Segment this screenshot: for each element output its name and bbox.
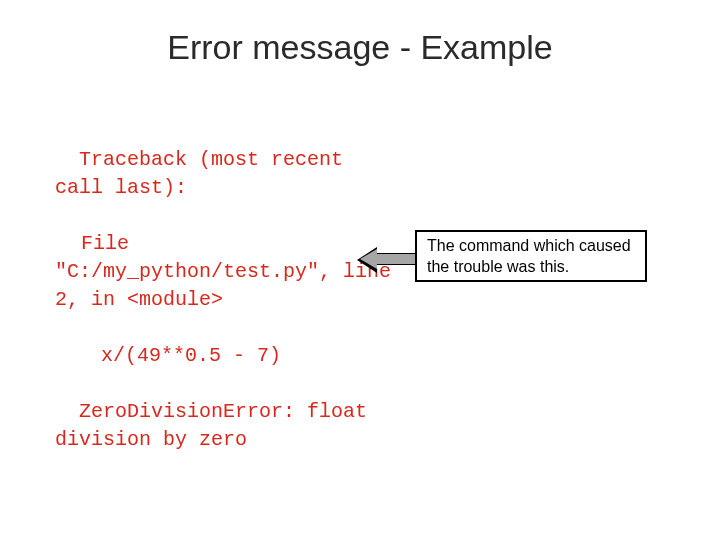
annotation-callout: The command which caused the trouble was…	[415, 230, 647, 282]
traceback-line-error: ZeroDivisionError: float division by zer…	[55, 400, 379, 451]
traceback-line-code: x/(49**0.5 - 7)	[55, 342, 395, 370]
arrow-left-icon	[357, 247, 419, 271]
traceback-line-header: Traceback (most recent call last):	[55, 148, 355, 199]
slide-title: Error message - Example	[0, 0, 720, 67]
traceback-line-file-rest: "C:/my_python/test.py", line 2, in <modu…	[55, 260, 403, 311]
traceback-block: Traceback (most recent call last): File"…	[55, 118, 395, 454]
traceback-line-file-pre: File	[55, 230, 395, 258]
